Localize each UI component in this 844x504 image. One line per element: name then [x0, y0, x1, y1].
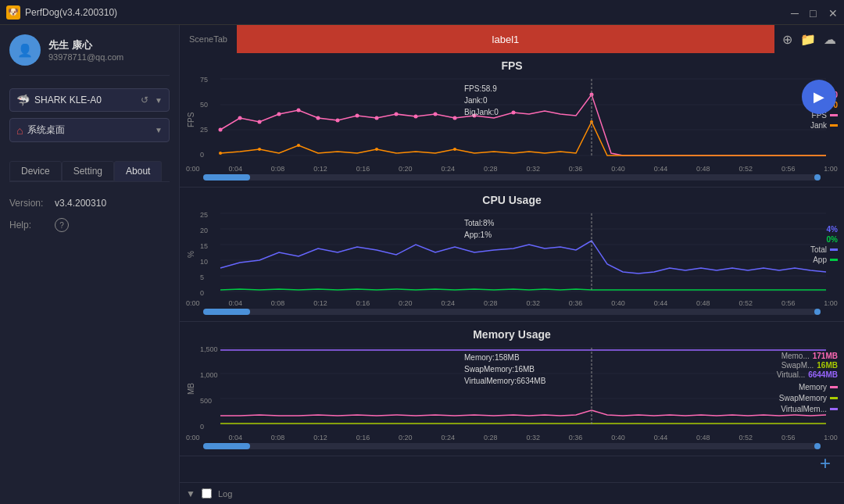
help-label: Help:: [9, 220, 48, 231]
memory-scrollbar[interactable]: [203, 443, 821, 449]
username: 先生 康心: [48, 38, 123, 52]
cpu-x-axis: 0:000:040:080:120:16 0:200:240:280:320:3…: [180, 299, 844, 307]
minimize-button[interactable]: ─: [791, 8, 800, 17]
cpu-legend-app-item: App: [810, 256, 838, 264]
memory-legend-mem-value: 171MB: [813, 352, 838, 360]
tabs-section: Device Setting About: [9, 161, 170, 182]
cpu-legend-total-label: Total: [810, 245, 827, 254]
device-section: 🦈 SHARK KLE-A0 ↺ ▼ ⌂ 系统桌面 ▼: [9, 88, 170, 142]
svg-point-22: [297, 144, 300, 147]
log-checkbox[interactable]: [202, 488, 212, 499]
memory-legend-mem-label: Memo...: [781, 352, 810, 360]
window-controls: ─ □ ✕: [791, 8, 838, 17]
svg-point-9: [316, 116, 320, 120]
fps-legend-jank-dot: [830, 124, 838, 127]
fps-annotation-jank: Jank:0: [464, 95, 499, 106]
svg-point-6: [258, 120, 262, 124]
location-icon[interactable]: ⊕: [782, 32, 792, 47]
svg-point-10: [336, 119, 340, 123]
fps-scrollbar-right: [814, 174, 821, 181]
fps-chart-inner: 75 50 25 0: [198, 75, 844, 165]
cpu-legend-app-label: App: [813, 256, 827, 264]
memory-legend-virtual-item: VirtualMem...: [781, 405, 838, 413]
cpu-annotations: Total:8% App:1%: [464, 217, 494, 241]
cpu-legend-app-value: 0%: [810, 235, 838, 244]
memory-chart-title: Memory Usage: [180, 328, 844, 341]
memory-chart-block: Memory Usage MB 1,500 1,000 500 0: [180, 322, 844, 456]
maximize-button[interactable]: □: [810, 8, 819, 17]
version-label: Version:: [9, 198, 48, 209]
refresh-icon[interactable]: ↺: [141, 95, 148, 105]
memory-chart-area: MB 1,500 1,000 500 0: [180, 344, 844, 434]
shark-icon: 🦈: [16, 94, 30, 106]
help-icon[interactable]: ?: [55, 218, 69, 232]
play-button[interactable]: ▶: [802, 80, 836, 114]
memory-legend-mem-item-label: Memory: [799, 383, 827, 391]
cpu-chart-inner: 25 20 15 10 5 0: [198, 209, 844, 299]
add-chart-button[interactable]: +: [813, 451, 838, 476]
close-button[interactable]: ✕: [828, 8, 838, 17]
memory-legend-virtual-item-label: VirtualMem...: [781, 405, 827, 413]
svg-point-16: [453, 116, 457, 120]
app-home-icon: ⌂: [16, 124, 23, 137]
cpu-chart-title: CPU Usage: [180, 194, 844, 206]
tab-device[interactable]: Device: [9, 161, 62, 181]
cpu-scrollbar-thumb: [203, 309, 250, 315]
fps-scrollbar[interactable]: [203, 174, 821, 181]
fps-y-label: FPS: [183, 75, 198, 165]
memory-legend-swap-value: 16MB: [817, 361, 838, 370]
svg-point-11: [356, 114, 359, 118]
app-selector[interactable]: ⌂ 系统桌面 ▼: [9, 118, 170, 142]
log-label: Log: [218, 489, 232, 499]
cpu-legend-total-item: Total: [810, 245, 838, 254]
help-row: Help: ?: [9, 218, 170, 232]
content-area: SceneTab label1 ⊕ 📁 ☁ ▶ FPS FPS 75 50: [180, 25, 844, 504]
fps-chart-block: FPS FPS 75 50 25 0: [180, 53, 844, 188]
cpu-legend: 4% 0% Total App: [810, 225, 838, 264]
memory-dot-swap: [830, 397, 838, 399]
about-section: Version: v3.4.200310 Help: ?: [9, 191, 170, 248]
avatar: 👤: [9, 34, 41, 66]
cpu-chart-area: % 25 20 15 10 5 0: [180, 209, 844, 299]
memory-legend-swap-item-label: SwapMemory: [779, 394, 827, 402]
memory-legend-mem-item: Memory: [799, 383, 838, 391]
scene-tab-active[interactable]: label1: [237, 25, 774, 53]
cpu-chart-block: CPU Usage % 25 20 15 10 5 0: [180, 188, 844, 322]
user-info: 先生 康心 93978711@qq.com: [48, 38, 123, 62]
fps-scrollbar-thumb: [203, 174, 250, 181]
fps-chart-title: FPS: [180, 59, 844, 72]
svg-point-8: [297, 109, 301, 113]
svg-point-12: [375, 116, 379, 120]
memory-dot-virtual: [830, 408, 838, 410]
scene-tab-label: SceneTab: [180, 25, 237, 53]
memory-annotation-virtual: VirtualMemory:6634MB: [464, 375, 545, 387]
cpu-legend-total-dot: [830, 248, 838, 251]
tab-about[interactable]: About: [114, 161, 162, 181]
tab-setting[interactable]: Setting: [62, 161, 114, 181]
fps-svg: [198, 75, 844, 165]
svg-point-18: [512, 111, 516, 115]
titlebar: 🐶 PerfDog(v3.4.200310) ─ □ ✕: [0, 0, 844, 25]
fps-x-axis: 0:000:040:080:120:16 0:200:240:280:320:3…: [180, 165, 844, 173]
fps-annotation-fps: FPS:58.9: [464, 83, 499, 95]
svg-point-14: [414, 115, 418, 119]
app-title: PerfDog(v3.4.200310): [25, 7, 791, 18]
expand-icon[interactable]: ▼: [186, 488, 195, 499]
fps-chart-area: FPS 75 50 25 0: [180, 75, 844, 165]
fps-annotations: FPS:58.9 Jank:0 BigJank:0: [464, 83, 499, 118]
folder-icon[interactable]: 📁: [800, 32, 816, 47]
memory-annotation-mem: Memory:158MB: [464, 352, 545, 363]
bottom-bar: ▼ Log: [180, 482, 844, 504]
device-selector[interactable]: 🦈 SHARK KLE-A0 ↺ ▼: [9, 88, 170, 112]
cpu-scrollbar[interactable]: [203, 309, 821, 315]
fps-legend-fps-dot: [830, 114, 838, 116]
cpu-svg: [198, 209, 844, 299]
memory-chart-inner: 1,500 1,000 500 0: [198, 344, 844, 434]
chevron-down-icon: ▼: [155, 96, 163, 105]
memory-scrollbar-thumb: [203, 443, 250, 449]
cloud-icon[interactable]: ☁: [824, 32, 836, 47]
cpu-legend-app-dot: [830, 259, 838, 261]
memory-annotation-swap: SwapMemory:16MB: [464, 363, 545, 375]
cpu-annotation-total: Total:8%: [464, 217, 494, 229]
sidebar: 👤 先生 康心 93978711@qq.com 🦈 SHARK KLE-A0 ↺…: [0, 25, 180, 504]
